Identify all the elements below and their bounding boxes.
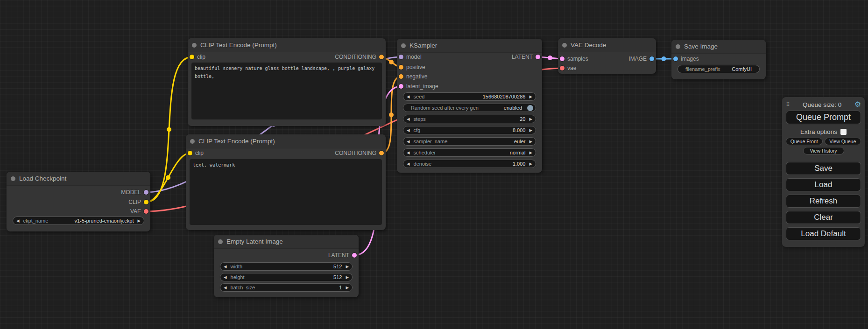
input-slot-negative[interactable] xyxy=(399,74,403,79)
widget-filename_prefix[interactable]: filename_prefixComfyUI xyxy=(677,65,760,73)
input-slot-label: images xyxy=(681,55,699,63)
collapse-dot[interactable] xyxy=(192,43,197,48)
widget-width[interactable]: ◀width512▶ xyxy=(220,262,353,271)
widget-value: 8.000 xyxy=(513,127,526,133)
input-slot-vae[interactable] xyxy=(560,66,565,70)
input-slot-label: clip xyxy=(197,53,205,61)
output-slot-VAE[interactable] xyxy=(144,209,148,214)
widget-seed[interactable]: ◀seed156680208700286▶ xyxy=(403,92,536,101)
clear-button[interactable]: Clear xyxy=(786,211,861,224)
widget-Random seed after every gen[interactable]: Random seed after every genenabled xyxy=(403,104,536,112)
widget-left-arrow-icon[interactable]: ◀ xyxy=(407,117,410,121)
input-slot-label: negative xyxy=(406,73,427,80)
widget-right-arrow-icon[interactable]: ▶ xyxy=(529,151,532,155)
input-slot-samples[interactable] xyxy=(560,56,565,61)
widget-right-arrow-icon[interactable]: ▶ xyxy=(346,265,349,269)
queue-prompt-button[interactable]: Queue Prompt xyxy=(786,111,861,124)
load-button[interactable]: Load xyxy=(786,178,861,191)
prompt-textarea[interactable]: beautiful scenery nature glass bottle la… xyxy=(191,63,382,119)
widget-left-arrow-icon[interactable]: ◀ xyxy=(407,128,410,133)
widget-right-arrow-icon[interactable]: ▶ xyxy=(137,219,141,223)
input-slot-images[interactable] xyxy=(673,56,678,61)
widget-right-arrow-icon[interactable]: ▶ xyxy=(529,140,532,144)
node-load-checkpoint[interactable]: Load CheckpointMODELCLIPVAE◀ckpt_namev1-… xyxy=(7,172,150,231)
output-slot-CONDITIONING[interactable] xyxy=(379,151,384,155)
widget-value: 156680208700286 xyxy=(483,94,526,99)
settings-gear-icon[interactable]: ⚙ xyxy=(854,101,861,108)
output-slot-CLIP[interactable] xyxy=(144,200,148,204)
output-slot-label: CONDITIONING xyxy=(335,149,376,157)
node-title: CLIP Text Encode (Prompt) xyxy=(186,134,386,148)
widget-value: 1 xyxy=(339,285,342,290)
widget-left-arrow-icon[interactable]: ◀ xyxy=(407,140,410,144)
widget-scheduler[interactable]: ◀schedulernormal▶ xyxy=(403,148,536,157)
queue-front-button[interactable]: Queue Front xyxy=(786,138,823,145)
refresh-button[interactable]: Refresh xyxy=(786,195,861,208)
widget-value: 512 xyxy=(333,264,342,269)
widget-ckpt_name[interactable]: ◀ckpt_namev1-5-pruned-emaonly.ckpt▶ xyxy=(13,217,144,225)
node-title-text: Load Checkpoint xyxy=(19,175,66,182)
collapse-dot[interactable] xyxy=(11,176,15,181)
widget-label: scheduler xyxy=(414,150,436,155)
output-slot-IMAGE[interactable] xyxy=(649,56,654,61)
widget-right-arrow-icon[interactable]: ▶ xyxy=(346,275,349,280)
collapse-dot[interactable] xyxy=(401,43,406,48)
widget-right-arrow-icon[interactable]: ▶ xyxy=(529,128,532,133)
widget-left-arrow-icon[interactable]: ◀ xyxy=(224,265,227,269)
widget-value: 512 xyxy=(333,274,342,280)
node-clip-text-encode-2[interactable]: CLIP Text Encode (Prompt)clipCONDITIONIN… xyxy=(186,134,386,230)
collapse-dot[interactable] xyxy=(190,139,195,144)
output-slot-CONDITIONING[interactable] xyxy=(379,55,384,59)
view-queue-button[interactable]: View Queue xyxy=(825,138,861,145)
load-default-button[interactable]: Load Default xyxy=(786,227,861,240)
node-ksampler[interactable]: KSamplermodelpositivenegativelatent_imag… xyxy=(397,39,542,173)
widget-denoise[interactable]: ◀denoise1.000▶ xyxy=(403,160,536,168)
widget-right-arrow-icon[interactable]: ▶ xyxy=(529,162,532,166)
save-button[interactable]: Save xyxy=(786,162,861,175)
node-title-text: CLIP Text Encode (Prompt) xyxy=(198,138,275,145)
input-slot-label: positive xyxy=(406,63,425,71)
collapse-dot[interactable] xyxy=(218,239,223,244)
widget-steps[interactable]: ◀steps20▶ xyxy=(403,115,536,123)
widget-label: ckpt_name xyxy=(23,218,49,224)
input-slot-model[interactable] xyxy=(399,55,403,59)
node-title: CLIP Text Encode (Prompt) xyxy=(188,38,386,52)
input-slot-positive[interactable] xyxy=(399,65,403,70)
widget-right-arrow-icon[interactable]: ▶ xyxy=(529,117,532,121)
input-slot-latent_image[interactable] xyxy=(399,84,403,89)
widget-left-arrow-icon[interactable]: ◀ xyxy=(407,162,410,166)
output-slot-LATENT[interactable] xyxy=(536,55,540,59)
output-slot-label: MODEL xyxy=(121,189,141,196)
node-title: Load Checkpoint xyxy=(7,172,150,186)
node-vae-decode[interactable]: VAE DecodesamplesvaeIMAGE xyxy=(558,38,656,74)
output-slot-LATENT[interactable] xyxy=(352,253,357,258)
node-clip-text-encode-1[interactable]: CLIP Text Encode (Prompt)clipCONDITIONIN… xyxy=(188,38,386,126)
collapse-dot[interactable] xyxy=(676,44,680,49)
node-empty-latent-image[interactable]: Empty Latent ImageLATENT◀width512▶◀heigh… xyxy=(214,235,359,297)
input-slot-clip[interactable] xyxy=(188,151,192,155)
widget-left-arrow-icon[interactable]: ◀ xyxy=(224,286,227,290)
widget-label: filename_prefix xyxy=(685,66,720,72)
widget-right-arrow-icon[interactable]: ▶ xyxy=(346,286,349,290)
widget-cfg[interactable]: ◀cfg8.000▶ xyxy=(403,126,536,134)
collapse-dot[interactable] xyxy=(562,43,567,48)
prompt-textarea[interactable]: text, watermark xyxy=(190,159,382,225)
widget-left-arrow-icon[interactable]: ◀ xyxy=(224,275,227,280)
widget-label: height xyxy=(231,274,245,280)
widget-sampler_name[interactable]: ◀sampler_nameeuler▶ xyxy=(403,137,536,146)
widget-right-arrow-icon[interactable]: ▶ xyxy=(529,95,532,99)
node-save-image[interactable]: Save Imageimagesfilename_prefixComfyUI xyxy=(671,40,766,79)
widget-left-arrow-icon[interactable]: ◀ xyxy=(407,95,410,99)
extra-options-checkbox[interactable] xyxy=(840,129,847,135)
widget-value: v1-5-pruned-emaonly.ckpt xyxy=(74,218,134,224)
widget-height[interactable]: ◀height512▶ xyxy=(220,273,353,281)
output-slot-MODEL[interactable] xyxy=(144,190,148,195)
link-center-dot xyxy=(389,112,394,117)
widget-left-arrow-icon[interactable]: ◀ xyxy=(407,151,410,155)
view-history-button[interactable]: View History xyxy=(803,147,844,154)
drag-handle-icon[interactable]: ⠿ xyxy=(786,102,790,107)
widget-batch_size[interactable]: ◀batch_size1▶ xyxy=(220,283,353,292)
widget-left-arrow-icon[interactable]: ◀ xyxy=(16,219,20,223)
input-slot-clip[interactable] xyxy=(190,55,194,59)
toggle-enabled-icon[interactable] xyxy=(527,105,533,111)
